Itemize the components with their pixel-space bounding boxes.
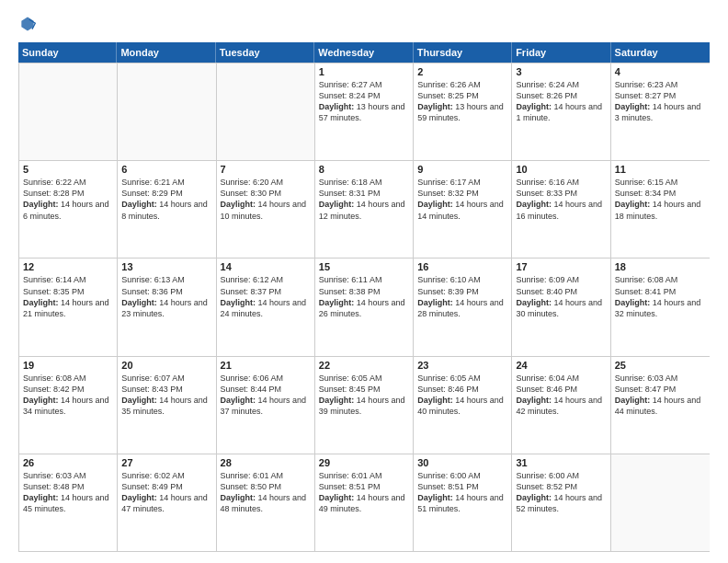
sunset-text: Sunset: 8:39 PM xyxy=(417,286,507,297)
day-number: 26 xyxy=(23,457,113,468)
calendar-cell-9: 9Sunrise: 6:17 AMSunset: 8:32 PMDaylight… xyxy=(414,161,512,258)
sunrise-text: Sunrise: 6:04 AM xyxy=(516,373,606,384)
sunrise-text: Sunrise: 6:12 AM xyxy=(221,274,311,285)
daylight-text: Daylight: 14 hours and 51 minutes. xyxy=(417,492,507,514)
calendar-cell-12: 12Sunrise: 6:14 AMSunset: 8:35 PMDayligh… xyxy=(19,259,118,355)
daylight-text: Daylight: 14 hours and 52 minutes. xyxy=(516,492,606,514)
calendar-cell-empty-0-2 xyxy=(217,63,315,160)
daylight-text: Daylight: 14 hours and 8 minutes. xyxy=(121,199,211,221)
sunset-text: Sunset: 8:25 PM xyxy=(417,90,507,101)
sunrise-text: Sunrise: 6:22 AM xyxy=(23,177,113,188)
daylight-text: Daylight: 14 hours and 23 minutes. xyxy=(121,297,211,319)
daylight-text: Daylight: 14 hours and 45 minutes. xyxy=(23,492,113,514)
sunrise-text: Sunrise: 6:03 AM xyxy=(615,373,706,384)
day-number: 14 xyxy=(221,261,311,272)
day-number: 5 xyxy=(23,164,113,175)
day-number: 22 xyxy=(319,360,409,371)
sunset-text: Sunset: 8:24 PM xyxy=(319,90,409,101)
daylight-text: Daylight: 14 hours and 14 minutes. xyxy=(417,199,507,221)
calendar-cell-2: 2Sunrise: 6:26 AMSunset: 8:25 PMDaylight… xyxy=(414,63,512,160)
daylight-text: Daylight: 14 hours and 24 minutes. xyxy=(221,297,311,319)
sunrise-text: Sunrise: 6:14 AM xyxy=(23,274,113,285)
sunrise-text: Sunrise: 6:00 AM xyxy=(417,470,507,481)
sunset-text: Sunset: 8:52 PM xyxy=(516,481,606,492)
calendar-cell-23: 23Sunrise: 6:05 AMSunset: 8:46 PMDayligh… xyxy=(414,357,512,454)
sunrise-text: Sunrise: 6:05 AM xyxy=(417,373,507,384)
sunrise-text: Sunrise: 6:16 AM xyxy=(516,177,606,188)
page: SundayMondayTuesdayWednesdayThursdayFrid… xyxy=(0,0,728,563)
calendar-row-3: 12Sunrise: 6:14 AMSunset: 8:35 PMDayligh… xyxy=(19,258,710,355)
sunrise-text: Sunrise: 6:17 AM xyxy=(417,177,507,188)
daylight-text: Daylight: 14 hours and 30 minutes. xyxy=(516,297,606,319)
sunset-text: Sunset: 8:51 PM xyxy=(417,481,507,492)
calendar-cell-15: 15Sunrise: 6:11 AMSunset: 8:38 PMDayligh… xyxy=(315,259,414,355)
sunset-text: Sunset: 8:29 PM xyxy=(121,188,211,199)
day-of-week-tuesday: Tuesday xyxy=(216,42,314,63)
sunrise-text: Sunrise: 6:24 AM xyxy=(516,79,606,90)
sunset-text: Sunset: 8:36 PM xyxy=(121,286,211,297)
calendar-header: SundayMondayTuesdayWednesdayThursdayFrid… xyxy=(18,42,710,63)
sunset-text: Sunset: 8:44 PM xyxy=(221,384,311,395)
calendar-cell-5: 5Sunrise: 6:22 AMSunset: 8:28 PMDaylight… xyxy=(19,161,118,258)
daylight-text: Daylight: 14 hours and 42 minutes. xyxy=(516,395,606,417)
day-of-week-friday: Friday xyxy=(512,42,610,63)
logo-icon xyxy=(18,15,37,33)
header xyxy=(18,15,710,33)
calendar-cell-22: 22Sunrise: 6:05 AMSunset: 8:45 PMDayligh… xyxy=(315,357,414,454)
day-number: 21 xyxy=(221,360,311,371)
sunset-text: Sunset: 8:51 PM xyxy=(319,481,409,492)
daylight-text: Daylight: 14 hours and 12 minutes. xyxy=(319,199,409,221)
day-of-week-monday: Monday xyxy=(117,42,215,63)
sunrise-text: Sunrise: 6:09 AM xyxy=(516,274,606,285)
daylight-text: Daylight: 13 hours and 57 minutes. xyxy=(319,101,409,123)
calendar-cell-6: 6Sunrise: 6:21 AMSunset: 8:29 PMDaylight… xyxy=(118,161,216,258)
calendar-cell-14: 14Sunrise: 6:12 AMSunset: 8:37 PMDayligh… xyxy=(217,259,315,355)
day-number: 7 xyxy=(221,164,311,175)
calendar-cell-empty-4-6 xyxy=(611,454,710,551)
sunset-text: Sunset: 8:35 PM xyxy=(23,286,113,297)
sunrise-text: Sunrise: 6:21 AM xyxy=(121,177,211,188)
sunrise-text: Sunrise: 6:01 AM xyxy=(319,470,409,481)
sunset-text: Sunset: 8:46 PM xyxy=(516,384,606,395)
day-number: 13 xyxy=(121,261,211,272)
day-number: 3 xyxy=(516,66,606,77)
calendar-cell-3: 3Sunrise: 6:24 AMSunset: 8:26 PMDaylight… xyxy=(512,63,610,160)
sunset-text: Sunset: 8:47 PM xyxy=(615,384,706,395)
calendar-cell-17: 17Sunrise: 6:09 AMSunset: 8:40 PMDayligh… xyxy=(512,259,610,355)
day-number: 23 xyxy=(417,360,507,371)
day-of-week-sunday: Sunday xyxy=(18,42,117,63)
day-number: 6 xyxy=(121,164,211,175)
day-number: 9 xyxy=(417,164,507,175)
sunrise-text: Sunrise: 6:26 AM xyxy=(417,79,507,90)
daylight-text: Daylight: 14 hours and 18 minutes. xyxy=(615,199,706,221)
day-number: 20 xyxy=(121,360,211,371)
calendar-cell-24: 24Sunrise: 6:04 AMSunset: 8:46 PMDayligh… xyxy=(512,357,610,454)
calendar-cell-25: 25Sunrise: 6:03 AMSunset: 8:47 PMDayligh… xyxy=(611,357,710,454)
sunrise-text: Sunrise: 6:13 AM xyxy=(121,274,211,285)
calendar-body: 1Sunrise: 6:27 AMSunset: 8:24 PMDaylight… xyxy=(18,63,710,552)
sunset-text: Sunset: 8:40 PM xyxy=(516,286,606,297)
daylight-text: Daylight: 14 hours and 16 minutes. xyxy=(516,199,606,221)
calendar-cell-11: 11Sunrise: 6:15 AMSunset: 8:34 PMDayligh… xyxy=(611,161,710,258)
day-number: 30 xyxy=(417,457,507,468)
sunset-text: Sunset: 8:30 PM xyxy=(221,188,311,199)
day-number: 11 xyxy=(615,164,706,175)
sunset-text: Sunset: 8:45 PM xyxy=(319,384,409,395)
daylight-text: Daylight: 13 hours and 59 minutes. xyxy=(417,101,507,123)
calendar-row-5: 26Sunrise: 6:03 AMSunset: 8:48 PMDayligh… xyxy=(19,454,710,551)
sunset-text: Sunset: 8:49 PM xyxy=(121,481,211,492)
sunset-text: Sunset: 8:48 PM xyxy=(23,481,113,492)
daylight-text: Daylight: 14 hours and 48 minutes. xyxy=(221,492,311,514)
calendar-cell-27: 27Sunrise: 6:02 AMSunset: 8:49 PMDayligh… xyxy=(118,454,216,551)
calendar-cell-30: 30Sunrise: 6:00 AMSunset: 8:51 PMDayligh… xyxy=(414,454,512,551)
day-of-week-wednesday: Wednesday xyxy=(314,42,413,63)
day-number: 17 xyxy=(516,261,606,272)
sunset-text: Sunset: 8:37 PM xyxy=(221,286,311,297)
sunset-text: Sunset: 8:26 PM xyxy=(516,90,606,101)
sunrise-text: Sunrise: 6:11 AM xyxy=(319,274,409,285)
daylight-text: Daylight: 14 hours and 10 minutes. xyxy=(221,199,311,221)
day-of-week-saturday: Saturday xyxy=(611,42,710,63)
day-number: 16 xyxy=(417,261,507,272)
calendar-cell-18: 18Sunrise: 6:08 AMSunset: 8:41 PMDayligh… xyxy=(611,259,710,355)
calendar-cell-8: 8Sunrise: 6:18 AMSunset: 8:31 PMDaylight… xyxy=(315,161,414,258)
